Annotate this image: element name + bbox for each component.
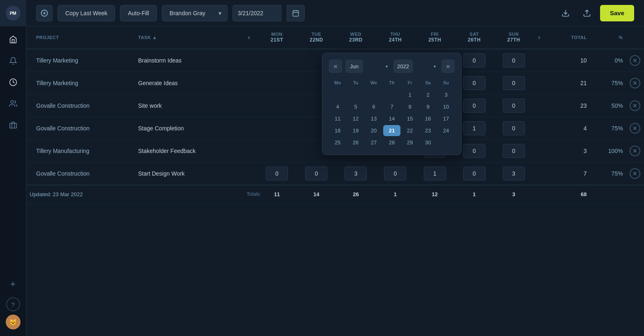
calendar-prev-button[interactable]: « <box>329 60 342 73</box>
date-field[interactable]: 3/21/2022 <box>232 5 282 21</box>
calendar-day[interactable]: 19 <box>347 125 364 136</box>
calendar-day[interactable]: 6 <box>365 101 382 112</box>
calendar-day[interactable]: 12 <box>347 113 364 124</box>
calendar-day[interactable]: 15 <box>401 113 419 124</box>
user-avatar[interactable]: 🐱 <box>6 315 21 329</box>
calendar-day[interactable]: 13 <box>365 113 382 124</box>
prev-week-button[interactable]: ‹ <box>244 26 258 49</box>
day-input-sat[interactable] <box>463 53 485 67</box>
day-input-wed[interactable] <box>345 167 367 181</box>
sidebar-item-help[interactable]: ? <box>6 297 20 311</box>
delete-row-button[interactable]: ✕ <box>630 78 640 88</box>
day-input-thu[interactable] <box>384 167 406 181</box>
calendar-day[interactable]: 23 <box>419 125 437 136</box>
calendar-day[interactable]: 1 <box>401 89 419 100</box>
day-input-sat[interactable] <box>463 144 485 158</box>
sidebar-item-briefcase[interactable] <box>3 115 23 135</box>
calendar-day[interactable]: 21 <box>383 125 400 136</box>
calendar-day[interactable]: 29 <box>401 137 419 148</box>
calendar-day[interactable]: 24 <box>437 125 455 136</box>
calendar-next-button[interactable]: » <box>442 60 455 73</box>
save-button[interactable]: Save <box>600 5 634 21</box>
delete-cell[interactable]: ✕ <box>626 72 644 94</box>
calendar-day[interactable]: 16 <box>419 113 437 124</box>
day-input-sat[interactable] <box>463 76 485 90</box>
day-input-cell-sun[interactable] <box>494 139 534 162</box>
day-input-cell-wed[interactable] <box>336 162 375 185</box>
totals-nav-spacer <box>534 185 547 204</box>
calendar-day[interactable]: 4 <box>329 101 346 112</box>
calendar-day[interactable]: 20 <box>365 125 382 136</box>
day-input-cell-thu[interactable] <box>375 162 415 185</box>
delete-row-button[interactable]: ✕ <box>630 168 640 179</box>
calendar-day[interactable]: 2 <box>419 89 437 100</box>
app-logo[interactable]: PM <box>6 6 21 21</box>
calendar-day[interactable]: 30 <box>419 137 437 148</box>
add-entry-button[interactable] <box>36 5 53 21</box>
calendar-grid: MoTuWeThFrSaSu12345678910111213141516171… <box>329 79 455 148</box>
delete-row-button[interactable]: ✕ <box>630 100 640 111</box>
calendar-day[interactable]: 3 <box>437 89 455 100</box>
calendar-day[interactable]: 25 <box>329 137 346 148</box>
svg-point-1 <box>11 101 14 104</box>
day-input-sun[interactable] <box>503 167 525 181</box>
calendar-day[interactable]: 27 <box>365 137 382 148</box>
calendar-day[interactable]: 17 <box>437 113 455 124</box>
day-input-sat[interactable] <box>463 167 485 181</box>
task-column-header[interactable]: TASK ▲ <box>135 26 243 49</box>
auto-fill-button[interactable]: Auto-Fill <box>120 5 156 21</box>
delete-row-button[interactable]: ✕ <box>630 146 640 156</box>
delete-row-button[interactable]: ✕ <box>630 55 640 66</box>
user-dropdown[interactable]: Brandon Gray ▾ <box>162 5 228 21</box>
sidebar-item-people[interactable] <box>3 94 23 114</box>
day-input-sat[interactable] <box>463 121 485 135</box>
day-input-sun[interactable] <box>503 76 525 90</box>
day-input-mon[interactable] <box>266 167 288 181</box>
day-input-cell-sun[interactable] <box>494 94 534 117</box>
day-input-cell-mon[interactable] <box>257 162 297 185</box>
day-input-cell-sun[interactable] <box>494 162 534 185</box>
sidebar-item-home[interactable] <box>3 30 23 49</box>
month-select[interactable]: JanFebMarAprMayJunJulAugSepOctNovDec <box>345 60 363 73</box>
calendar-toggle-button[interactable] <box>287 5 305 21</box>
table-area: PROJECT TASK ▲ ‹ Mon 21st Tue <box>26 26 644 336</box>
day-input-cell-sun[interactable] <box>494 72 534 94</box>
sidebar-item-notifications[interactable] <box>3 51 23 71</box>
calendar-day[interactable]: 11 <box>329 113 346 124</box>
day-input-sun[interactable] <box>503 121 525 135</box>
sidebar-item-time[interactable] <box>3 72 23 92</box>
calendar-day[interactable]: 28 <box>383 137 400 148</box>
calendar-day[interactable]: 8 <box>401 101 419 112</box>
calendar-day[interactable]: 9 <box>419 101 437 112</box>
day-input-cell-sun[interactable] <box>494 117 534 139</box>
calendar-day[interactable]: 22 <box>401 125 419 136</box>
delete-cell[interactable]: ✕ <box>626 139 644 162</box>
copy-last-week-button[interactable]: Copy Last Week <box>58 5 115 21</box>
sidebar-item-add[interactable]: + <box>3 274 23 294</box>
calendar-day[interactable]: 26 <box>347 137 364 148</box>
day-input-sun[interactable] <box>503 144 525 158</box>
day-input-cell-sun[interactable] <box>494 49 534 72</box>
year-select[interactable]: 20202021202220232024 <box>393 60 413 73</box>
delete-cell[interactable]: ✕ <box>626 117 644 139</box>
day-input-tue[interactable] <box>305 167 327 181</box>
day-input-cell-fri[interactable] <box>415 162 455 185</box>
day-input-cell-tue[interactable] <box>297 162 336 185</box>
next-week-button[interactable]: › <box>534 26 547 49</box>
calendar-day[interactable]: 10 <box>437 101 455 112</box>
day-input-cell-sat[interactable] <box>455 162 494 185</box>
day-input-sun[interactable] <box>503 99 525 113</box>
delete-row-button[interactable]: ✕ <box>630 123 640 134</box>
calendar-day[interactable]: 14 <box>383 113 400 124</box>
calendar-day[interactable]: 18 <box>329 125 346 136</box>
upload-button[interactable] <box>579 5 595 21</box>
delete-cell[interactable]: ✕ <box>626 162 644 185</box>
download-button[interactable] <box>557 5 574 21</box>
calendar-day[interactable]: 5 <box>347 101 364 112</box>
day-input-sun[interactable] <box>503 53 525 67</box>
calendar-day[interactable]: 7 <box>383 101 400 112</box>
day-input-fri[interactable] <box>424 167 446 181</box>
delete-cell[interactable]: ✕ <box>626 94 644 117</box>
delete-cell[interactable]: ✕ <box>626 49 644 72</box>
day-input-sat[interactable] <box>463 99 485 113</box>
